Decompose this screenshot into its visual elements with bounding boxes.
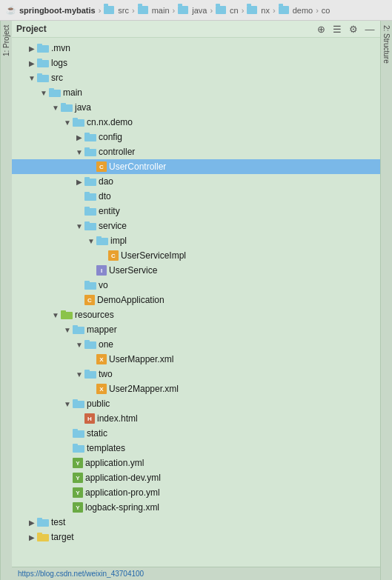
tree-item-demo-application[interactable]: C DemoApplication — [12, 293, 380, 307]
title-bar: ☕ springboot-mybatis › src › main › java… — [0, 0, 392, 21]
tree-item-resources[interactable]: resources — [12, 307, 380, 322]
settings-icon[interactable]: ⚙ — [348, 23, 359, 35]
label-java: java — [75, 102, 91, 113]
tree-item-user-controller[interactable]: C UserController — [12, 159, 380, 174]
arrow-logs — [27, 59, 37, 67]
tree-item-static[interactable]: static — [12, 426, 380, 441]
tree-item-user-service[interactable]: I UserService — [12, 263, 380, 278]
folder-icon-main — [138, 6, 148, 14]
folder-icon-static — [73, 429, 84, 438]
tree-area[interactable]: .mvn logs src main — [12, 38, 380, 567]
folder-icon-logs — [37, 59, 49, 67]
tree-item-java[interactable]: java — [12, 100, 380, 115]
structure-label[interactable]: 2: Structure — [382, 25, 391, 64]
tree-item-target[interactable]: target — [12, 530, 380, 544]
label-public: public — [87, 399, 110, 409]
tree-item-controller[interactable]: controller — [12, 144, 380, 159]
label-demo-application: DemoApplication — [97, 295, 165, 305]
tree-item-main[interactable]: main — [12, 85, 380, 100]
folder-icon-public — [73, 399, 84, 408]
layout-icon[interactable]: ☰ — [331, 23, 343, 35]
label-application-pro-yml: application-pro.yml — [85, 487, 160, 498]
arrow-public — [62, 400, 73, 408]
label-user-controller: UserController — [109, 161, 166, 172]
file-icon-index-html: H — [84, 413, 95, 424]
tree-item-user-service-impl[interactable]: C UserServiceImpl — [12, 248, 380, 263]
tree-item-src[interactable]: src — [12, 70, 380, 85]
file-icon-application-dev-yml: Y — [73, 473, 83, 483]
arrow-java — [50, 104, 61, 112]
arrow-one — [74, 341, 84, 349]
arrow-mapper — [62, 326, 73, 334]
tree-item-application-dev-yml[interactable]: Y application-dev.yml — [12, 470, 380, 485]
label-logback-spring-xml: logback-spring.xml — [85, 502, 159, 513]
tree-item-application-pro-yml[interactable]: Y application-pro.yml — [12, 485, 380, 500]
tree-item-test[interactable]: test — [12, 515, 380, 530]
folder-icon-resources — [61, 310, 73, 319]
tree-item-mapper[interactable]: mapper — [12, 322, 380, 337]
breadcrumb-sep-1: › — [99, 6, 102, 15]
arrow-target — [27, 533, 37, 541]
label-user-mapper-xml: UserMapper.xml — [109, 354, 173, 364]
title-project-name: springboot-mybatis — [19, 6, 96, 15]
arrow-dao — [74, 178, 84, 186]
tree-item-public[interactable]: public — [12, 396, 380, 411]
tree-item-application-yml[interactable]: Y application.yml — [12, 456, 380, 470]
folder-icon-templates — [73, 444, 84, 453]
sync-icon[interactable]: ⊕ — [315, 23, 327, 35]
breadcrumb-co: co — [322, 6, 330, 15]
label-application-yml: application.yml — [85, 458, 144, 468]
arrow-impl — [86, 237, 96, 245]
folder-icon-java — [178, 6, 188, 14]
tree-item-service[interactable]: service — [12, 219, 380, 233]
tree-item-two[interactable]: two — [12, 367, 380, 381]
breadcrumb-java: java — [178, 6, 207, 15]
tree-item-dto[interactable]: dto — [12, 189, 380, 204]
label-controller: controller — [99, 147, 135, 157]
tree-item-entity[interactable]: entity — [12, 204, 380, 219]
tree-item-dao[interactable]: dao — [12, 174, 380, 189]
folder-icon-mapper — [73, 325, 84, 334]
label-two: two — [99, 369, 113, 379]
folder-icon-nx — [247, 6, 257, 14]
breadcrumb-nx: nx — [247, 6, 270, 15]
label-static: static — [87, 428, 107, 439]
folder-icon-cn — [216, 6, 226, 14]
folder-icon-java — [61, 103, 73, 112]
tree-item-cn-nx-demo[interactable]: cn.nx.demo — [12, 115, 380, 130]
tree-item-logs[interactable]: logs — [12, 56, 380, 70]
tree-item-mvn[interactable]: .mvn — [12, 41, 380, 56]
label-mvn: .mvn — [51, 43, 70, 53]
label-dao: dao — [99, 176, 113, 187]
file-icon-application-yml: Y — [73, 458, 83, 468]
breadcrumb-demo: demo — [279, 6, 313, 15]
arrow-resources — [50, 311, 61, 319]
label-mapper: mapper — [87, 324, 117, 335]
label-user-service-impl: UserServiceImpl — [121, 250, 186, 261]
folder-icon-service — [84, 221, 96, 230]
arrow-config — [74, 133, 84, 141]
tree-item-templates[interactable]: templates — [12, 441, 380, 456]
label-index-html: index.html — [97, 413, 138, 424]
tree-item-one[interactable]: one — [12, 337, 380, 352]
tree-item-vo[interactable]: vo — [12, 278, 380, 293]
tree-item-user-mapper-xml[interactable]: X UserMapper.xml — [12, 352, 380, 367]
folder-icon-dto — [84, 192, 96, 201]
file-icon-application-pro-yml: Y — [73, 487, 83, 498]
project-label[interactable]: 1: Project — [2, 25, 10, 56]
label-user2-mapper-xml: User2Mapper.xml — [109, 384, 179, 394]
project-icon: ☕ — [6, 5, 16, 15]
label-application-dev-yml: application-dev.yml — [85, 473, 161, 483]
arrow-two — [74, 370, 84, 379]
folder-icon-vo — [84, 281, 96, 290]
tree-item-impl[interactable]: impl — [12, 233, 380, 248]
tree-item-logback-spring-xml[interactable]: Y logback-spring.xml — [12, 500, 380, 515]
minimize-icon[interactable]: — — [364, 23, 376, 35]
tree-item-index-html[interactable]: H index.html — [12, 411, 380, 426]
tree-item-config[interactable]: config — [12, 130, 380, 144]
breadcrumb-cn: cn — [216, 6, 239, 15]
status-bar: https://blog.csdn.net/weixin_43704100 — [12, 567, 380, 580]
right-sidebar: 2: Structure — [380, 21, 392, 580]
folder-icon-entity — [84, 207, 96, 216]
tree-item-user2-mapper-xml[interactable]: X User2Mapper.xml — [12, 381, 380, 396]
